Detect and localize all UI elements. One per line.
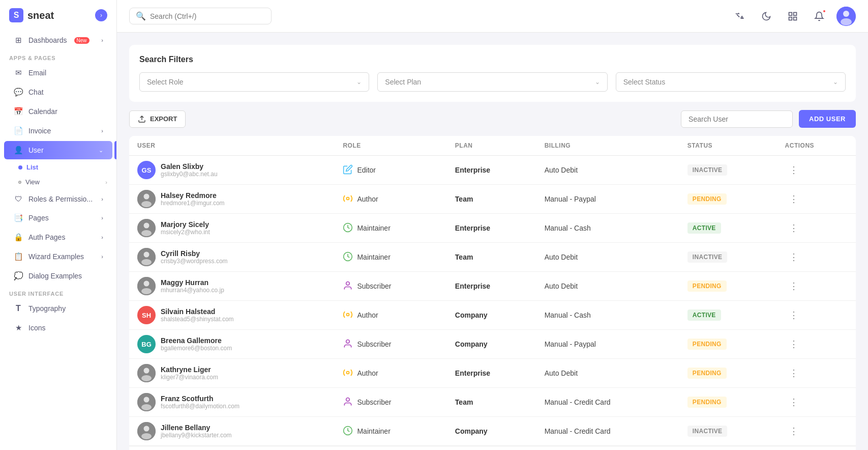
user-name: Breena Gallemore (161, 336, 232, 345)
export-label: EXPORT (150, 115, 177, 123)
users-table-container: USER ROLE PLAN BILLING STATUS ACTIONS GS… (129, 136, 856, 450)
user-name: Franz Scotfurth (161, 395, 240, 403)
role-label: Subscriber (357, 282, 391, 290)
user-email: kliger7@vinaora.com (161, 374, 218, 381)
status-badge: PENDING (687, 368, 727, 379)
sidebar-item-wizard-examples[interactable]: 📋 Wizard Examples › (4, 247, 112, 266)
row-actions-button[interactable]: ⋮ (785, 307, 802, 323)
role-icon (343, 368, 353, 379)
plan-value: Company (455, 340, 488, 348)
role-icon (343, 339, 353, 350)
sidebar-item-label: Calendar (28, 107, 57, 116)
sidebar-item-invoice[interactable]: 📄 Invoice › (4, 122, 112, 140)
calendar-icon: 📅 (13, 107, 23, 116)
translate-icon-button[interactable] (731, 7, 749, 25)
role-cell: Author (335, 301, 446, 330)
chat-icon: 💬 (13, 88, 23, 97)
row-actions-button[interactable]: ⋮ (785, 278, 802, 294)
plan-cell: Enterprise (447, 214, 536, 243)
invoice-icon: 📄 (13, 126, 23, 135)
plan-value: Company (455, 311, 488, 319)
sidebar-subitem-list[interactable]: List (18, 160, 116, 175)
notification-icon-button[interactable] (810, 7, 828, 25)
plan-filter-select[interactable]: Select Plan ⌄ (377, 72, 607, 92)
grid-icon-button[interactable] (784, 7, 802, 25)
role-cell: Author (335, 359, 446, 388)
actions-cell: ⋮ (777, 388, 856, 417)
chevron-down-icon: ⌄ (595, 78, 600, 86)
plan-value: Enterprise (455, 282, 490, 290)
status-cell: PENDING (679, 388, 777, 417)
row-actions-button[interactable]: ⋮ (785, 395, 802, 410)
sidebar-item-typography[interactable]: T Typography (4, 299, 112, 318)
user-info: Marjory Sicely msicely2@who.int (161, 220, 210, 236)
role-label: Subscriber (357, 398, 391, 406)
global-search-box[interactable]: 🔍 (129, 8, 272, 24)
global-search-input[interactable] (150, 12, 265, 20)
user-info: Breena Gallemore bgallemore6@boston.com (161, 336, 232, 352)
sidebar-collapse-button[interactable]: › (95, 9, 107, 21)
billing-cell: Manual - Cash (536, 214, 679, 243)
filters-section: Search Filters Select Role ⌄ Select Plan… (129, 45, 856, 102)
user-name: Maggy Hurran (161, 278, 224, 287)
table-row: Marjory Sicely msicely2@who.int Maintain… (129, 214, 856, 243)
user-submenu: List View › (0, 160, 116, 189)
col-status: STATUS (679, 136, 777, 156)
darkmode-icon-button[interactable] (757, 7, 775, 25)
plan-value: Team (455, 253, 473, 261)
table-row: Franz Scotfurth fscotfurth8@dailymotion.… (129, 388, 856, 417)
apps-pages-section-label: APPS & PAGES (0, 50, 116, 63)
row-actions-button[interactable]: ⋮ (785, 249, 802, 265)
user-avatar[interactable] (836, 7, 856, 26)
sidebar-subitem-view[interactable]: View › (18, 175, 116, 189)
chevron-right-icon: › (101, 37, 103, 43)
search-user-input[interactable] (681, 110, 793, 128)
user-cell: Franz Scotfurth fscotfurth8@dailymotion.… (129, 388, 335, 417)
col-plan: PLAN (447, 136, 536, 156)
user-email: fscotfurth8@dailymotion.com (161, 403, 240, 410)
table-row: Kathryne Liger kliger7@vinaora.com Autho… (129, 359, 856, 388)
role-icon (343, 280, 353, 292)
sidebar-item-calendar[interactable]: 📅 Calendar (4, 102, 112, 121)
role-icon (343, 310, 353, 321)
role-label: Maintainer (357, 253, 390, 261)
sidebar-item-dashboards[interactable]: ⊞ Dashboards New › (4, 31, 112, 49)
export-button[interactable]: EXPORT (129, 110, 186, 128)
row-actions-button[interactable]: ⋮ (785, 336, 802, 352)
status-cell: ACTIVE (679, 301, 777, 330)
role-label: Maintainer (357, 427, 390, 435)
logo-icon: S (9, 8, 23, 22)
role-icon (343, 397, 353, 408)
svg-point-35 (141, 433, 152, 439)
row-actions-button[interactable]: ⋮ (785, 162, 802, 178)
user-info: Cyrill Risby crisby3@wordpress.com (161, 249, 228, 265)
user-email: mhurran4@yahoo.co.jp (161, 287, 224, 294)
sidebar-item-email[interactable]: ✉ Email (4, 64, 112, 82)
row-actions-button[interactable]: ⋮ (785, 424, 802, 439)
sidebar-item-auth-pages[interactable]: 🔒 Auth Pages › (4, 228, 112, 246)
sidebar-item-chat[interactable]: 💬 Chat (4, 83, 112, 101)
sidebar-item-pages[interactable]: 📑 Pages › (4, 209, 112, 227)
toolbar-right: ADD USER (681, 110, 856, 128)
col-user: USER (129, 136, 335, 156)
user-info: Maggy Hurran mhurran4@yahoo.co.jp (161, 278, 224, 294)
users-toolbar: EXPORT ADD USER (129, 110, 856, 128)
sidebar-item-label: Wizard Examples (28, 252, 84, 261)
svg-point-24 (346, 340, 350, 343)
svg-point-31 (141, 404, 152, 410)
sidebar-item-dialog-examples[interactable]: 💭 Dialog Examples (4, 267, 112, 285)
svg-point-34 (144, 426, 149, 432)
sidebar-item-roles[interactable]: 🛡 Roles & Permissio... › (4, 190, 112, 208)
row-actions-button[interactable]: ⋮ (785, 220, 802, 236)
row-actions-button[interactable]: ⋮ (785, 191, 802, 207)
role-filter-select[interactable]: Select Role ⌄ (139, 72, 369, 92)
active-dot-icon (18, 165, 22, 170)
status-filter-select[interactable]: Select Status ⌄ (616, 72, 846, 92)
sidebar-item-icons[interactable]: ★ Icons (4, 319, 112, 337)
pages-icon: 📑 (13, 213, 23, 222)
sidebar-item-user[interactable]: 👤 User ⌄ (4, 141, 112, 159)
user-avatar-cell (137, 219, 156, 237)
add-user-button[interactable]: ADD USER (799, 110, 856, 128)
row-actions-button[interactable]: ⋮ (785, 365, 802, 381)
svg-point-22 (346, 282, 350, 285)
